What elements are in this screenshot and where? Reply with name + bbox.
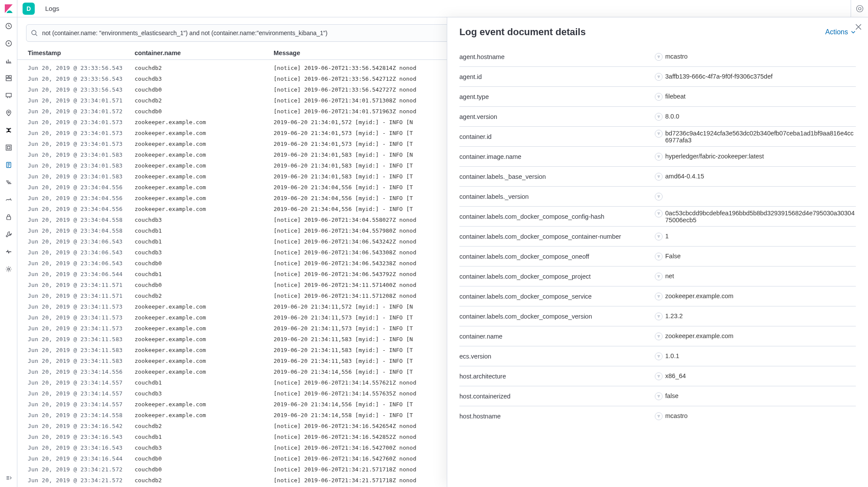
cell-container-name: zookeeper.example.com (135, 412, 274, 418)
filter-icon[interactable] (655, 313, 663, 320)
top-header: D Logs (0, 0, 868, 17)
filter-icon[interactable] (655, 293, 663, 300)
metrics-icon (5, 144, 12, 151)
space-badge[interactable]: D (23, 3, 35, 15)
field-label: agent.version (459, 113, 646, 120)
field-row: host.containerizedfalse (459, 386, 856, 406)
nav-monitoring[interactable] (4, 247, 13, 256)
filter-icon[interactable] (655, 113, 663, 121)
filter-icon[interactable] (655, 193, 663, 201)
cell-container-name: couchdb2 (135, 293, 274, 299)
field-value-text: zookeeper.example.com (665, 332, 733, 339)
collapse-nav[interactable] (0, 471, 17, 484)
field-label: container.id (459, 133, 646, 140)
nav-discover[interactable] (4, 39, 13, 48)
nav-maps[interactable] (4, 109, 13, 117)
close-button[interactable] (852, 21, 865, 33)
svg-rect-15 (7, 146, 10, 149)
field-row: ecs.version1.0.1 (459, 346, 856, 366)
cell-timestamp: Jun 20, 2019 @ 23:34:04.556 (28, 195, 135, 201)
field-value (655, 193, 856, 201)
nav-ml[interactable] (4, 126, 13, 135)
filter-icon[interactable] (655, 372, 663, 380)
cell-container-name: zookeeper.example.com (135, 206, 274, 212)
filter-icon[interactable] (655, 93, 663, 101)
field-value-text: False (665, 253, 680, 260)
col-header-container-name[interactable]: container.name (135, 49, 274, 56)
cell-timestamp: Jun 20, 2019 @ 23:34:11.571 (28, 293, 135, 299)
field-value-text: false (665, 392, 679, 399)
filter-icon[interactable] (655, 130, 663, 138)
help-menu[interactable] (851, 0, 868, 17)
cell-timestamp: Jun 20, 2019 @ 23:34:11.573 (28, 325, 135, 332)
field-row: container.labels.com_docker_compose_vers… (459, 306, 856, 326)
nav-logs[interactable] (4, 161, 13, 169)
cell-timestamp: Jun 20, 2019 @ 23:34:14.556 (28, 369, 135, 375)
cell-container-name: couchdb1 (135, 379, 274, 386)
field-value-text: zookeeper.example.com (665, 293, 733, 299)
filter-icon[interactable] (655, 332, 663, 340)
cell-container-name: zookeeper.example.com (135, 347, 274, 353)
cell-timestamp: Jun 20, 2019 @ 23:34:11.583 (28, 358, 135, 364)
cell-container-name: zookeeper.example.com (135, 173, 274, 180)
field-row: container.idbd7236c9a4c1924cfa3e563dc02b… (459, 127, 856, 147)
field-row: agent.version8.0.0 (459, 107, 856, 127)
cell-timestamp: Jun 20, 2019 @ 23:34:16.544 (28, 455, 135, 462)
svg-rect-14 (6, 145, 11, 150)
cell-container-name: couchdb0 (135, 260, 274, 267)
side-nav (0, 17, 17, 487)
filter-icon[interactable] (655, 210, 663, 217)
field-value-text: 1.0.1 (665, 352, 679, 359)
field-label: container.labels._version (459, 193, 646, 200)
svg-rect-5 (9, 76, 11, 78)
logo[interactable] (0, 0, 17, 17)
flyout-body[interactable]: agent.hostnamemcastroagent.id3affb139-66… (447, 47, 868, 487)
cell-container-name: couchdb3 (135, 249, 274, 256)
cell-container-name: zookeeper.example.com (135, 119, 274, 125)
nav-uptime[interactable] (4, 195, 13, 204)
field-label: container.name (459, 333, 646, 340)
close-icon (855, 24, 861, 30)
filter-icon[interactable] (655, 412, 663, 420)
filter-icon[interactable] (655, 273, 663, 280)
filter-icon[interactable] (655, 233, 663, 240)
filter-icon[interactable] (655, 253, 663, 260)
filter-icon[interactable] (655, 153, 663, 161)
nav-infra[interactable] (4, 143, 13, 152)
field-label: container.labels.com_docker_compose_cont… (459, 233, 646, 240)
field-value: amd64-0.4.15 (655, 173, 856, 181)
filter-icon[interactable] (655, 53, 663, 61)
nav-recent[interactable] (4, 22, 13, 30)
nav-devtools[interactable] (4, 230, 13, 239)
field-value-text: x86_64 (665, 372, 686, 379)
nav-canvas[interactable] (4, 91, 13, 100)
cell-container-name: couchdb2 (135, 477, 274, 484)
field-value: bd7236c9a4c1924cfa3e563dc02b340efb07ceba… (655, 130, 856, 144)
cell-container-name: couchdb2 (135, 423, 274, 429)
filter-icon[interactable] (655, 352, 663, 360)
filter-icon[interactable] (655, 73, 663, 81)
cell-timestamp: Jun 20, 2019 @ 23:34:21.572 (28, 466, 135, 473)
nav-visualize[interactable] (4, 56, 13, 65)
nav-dashboard[interactable] (4, 74, 13, 82)
cell-container-name: zookeeper.example.com (135, 130, 274, 136)
flyout-actions-button[interactable]: Actions (825, 28, 856, 36)
field-row: container.labels.com_docker_compose_serv… (459, 286, 856, 306)
field-value-text: amd64-0.4.15 (665, 173, 704, 180)
nav-apm[interactable] (4, 178, 13, 187)
field-label: host.hostname (459, 413, 646, 420)
cell-container-name: couchdb1 (135, 271, 274, 277)
cell-container-name: zookeeper.example.com (135, 303, 274, 310)
field-row: container.labels.com_docker_compose_cont… (459, 227, 856, 247)
field-value-text: bd7236c9a4c1924cfa3e563dc02b340efb07ceba… (665, 130, 856, 144)
nav-management[interactable] (4, 265, 13, 273)
field-row: container.labels.com_docker_compose_proj… (459, 267, 856, 286)
col-header-timestamp[interactable]: Timestamp (26, 49, 135, 56)
field-label: container.labels.com_docker_compose_proj… (459, 273, 646, 280)
svg-rect-6 (6, 79, 11, 81)
nav-siem[interactable] (4, 213, 13, 221)
filter-icon[interactable] (655, 392, 663, 400)
cell-container-name: couchdb3 (135, 444, 274, 451)
filter-icon[interactable] (655, 173, 663, 181)
cell-timestamp: Jun 20, 2019 @ 23:34:01.583 (28, 162, 135, 169)
